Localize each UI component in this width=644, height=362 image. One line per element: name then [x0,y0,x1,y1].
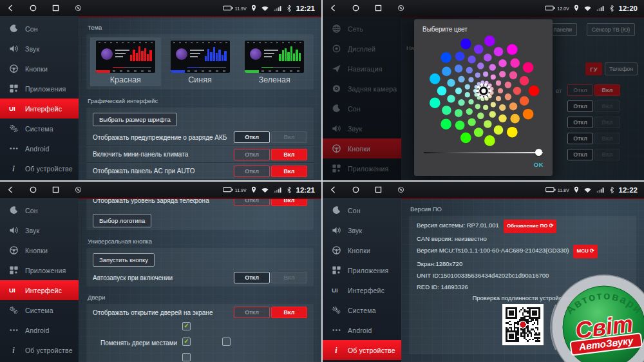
ui-icon: UI [8,104,19,114]
toggle-on-segment[interactable]: Вкл [271,166,307,177]
panel-color-picker: 12.0V12:20 СетьДисплейНавигацияЗадняя ка… [323,0,644,180]
recents-icon[interactable] [374,4,383,12]
back-icon[interactable] [6,186,15,194]
sidebar-item-label: Система [25,125,53,133]
ok-button[interactable]: OK [525,157,553,173]
sidebar: СонЗвукКнопкиПриложенияUIИнтерфейсСистем… [323,198,401,362]
back-icon[interactable] [6,4,15,12]
section-header-gui: Графический интерфейс [88,97,312,104]
update-badge[interactable]: Обновление ПО ⟳ [504,220,556,233]
sidebar-item-wheel[interactable]: Кнопки [0,240,79,260]
recents-icon[interactable] [374,186,383,194]
home-icon[interactable] [352,4,360,12]
section-header-version: Версия ПО [410,205,635,213]
sidebar-item-info[interactable]: iОб устройстве [323,340,401,360]
home-icon[interactable] [29,4,37,12]
moon-icon [331,205,341,216]
toggle-on-segment[interactable]: Вкл [271,307,307,318]
sidebar-item-speaker[interactable]: Звук [0,39,79,59]
sidebar-item-moon[interactable]: Сон [0,200,79,220]
bluetooth-icon [287,5,292,12]
toggle-off-segment[interactable]: Откл [234,272,270,283]
sidebar-item-apps[interactable]: Приложения [323,260,401,280]
sidebar-item-ui[interactable]: UIИнтерфейс [0,280,79,300]
content: Отображать уровень заряда телефонаОтклВк… [79,198,321,362]
sidebar-item-info[interactable]: iОб устройстве [0,158,79,178]
sidebar-item-apps[interactable]: Приложения [0,260,79,280]
swap-doors-label: Поменять двери местами [100,339,177,347]
toggle-on-segment[interactable]: Вкл [271,272,307,283]
sidebar-item-ui[interactable]: UIИнтерфейс [323,280,401,300]
sidebar-item-speaker[interactable]: Звук [323,220,401,240]
status-bar: 11.9V12:21 [0,0,321,16]
update-badge[interactable]: MCU ⟳ [573,245,597,258]
door-checkbox-left[interactable] [182,338,191,346]
battery-voltage: 11.9V [235,188,247,193]
toggle-on-segment[interactable]: Вкл [271,149,307,160]
launch-button[interactable]: Запустить кнопку [93,253,155,267]
battery-icon [545,187,556,193]
panel-ui-theme-settings: 11.9V12:21 СонЗвукКнопкиПриложенияUIИнте… [0,0,321,180]
sidebar-item-dots[interactable]: Android [0,138,79,158]
logo-select-button[interactable]: Выбор логотипа [93,214,151,227]
on-off-toggle[interactable]: ОтклВкл [234,307,307,318]
toggle-off-segment[interactable]: Откл [234,131,270,143]
toggle-off-segment[interactable]: Откл [234,166,270,177]
toggle-on-segment[interactable]: Вкл [271,198,307,206]
sidebar-item-gears[interactable]: Система [0,119,79,138]
row-label: Отображать панель AC при AUTO [93,167,194,175]
theme-label: Красная [110,75,141,84]
version-line: Версия системы: RP7.01.001Обновление ПО … [417,220,629,233]
row-label: Автозапуск при включении [93,274,173,281]
sidebar-item-gears[interactable]: Система [0,300,79,320]
theme-card-1[interactable]: Красная [90,37,161,86]
wheel-icon [8,64,19,74]
slider-thumb[interactable] [535,149,542,156]
door-checkbox-right[interactable] [222,338,231,346]
brightness-slider[interactable] [424,149,543,157]
on-off-toggle[interactable]: ОтклВкл [234,166,307,177]
door-checkbox-top[interactable] [182,322,191,330]
svg-text:i: i [12,346,15,355]
color-wheel[interactable] [426,33,542,149]
sidebar-item-ui[interactable]: UIИнтерфейс [0,99,79,119]
recents-icon[interactable] [52,186,60,194]
toggle-off-segment[interactable]: Откл [234,198,270,206]
on-off-toggle[interactable]: ОтклВкл [234,198,307,206]
svg-text:i: i [335,346,337,355]
on-off-toggle[interactable]: ОтклВкл [234,149,307,160]
on-off-toggle[interactable]: ОтклВкл [234,131,307,143]
sidebar-item-info[interactable]: iОб устройстве [0,340,79,360]
dialog-title: Выберите цвет [414,19,553,33]
back-icon[interactable] [329,186,337,194]
toggle-on-segment[interactable]: Вкл [271,131,307,143]
sidebar-item-dots[interactable]: Android [0,320,79,340]
sidebar-item-apps[interactable]: Приложения [0,79,79,99]
back-icon[interactable] [329,4,337,12]
theme-card-3[interactable]: Зеленая [239,37,310,86]
sidebar-item-wheel[interactable]: Кнопки [323,240,401,260]
home-icon[interactable] [29,186,37,194]
sidebar-item-label: Система [348,307,376,314]
sidebar-item-moon[interactable]: Сон [323,200,401,220]
slider-track[interactable] [424,152,543,153]
sidebar-item-dots[interactable]: Android [323,320,401,340]
sidebar-item-moon[interactable]: Сон [0,19,79,39]
data-saver-icon [397,186,405,194]
toggle-off-segment[interactable]: Откл [234,149,270,160]
home-icon[interactable] [352,186,360,194]
on-off-toggle[interactable]: ОтклВкл [234,272,307,283]
color-picker-dialog: Выберите цвет OK [414,19,553,176]
toggle-off-segment[interactable]: Откл [234,307,270,318]
sidebar-item-label: Звук [348,227,362,234]
font-size-button[interactable]: Выбрать размер шрифта [93,113,177,126]
speaker-icon [8,225,19,236]
recents-icon[interactable] [52,4,60,12]
sidebar-item-wheel[interactable]: Кнопки [0,59,79,79]
sidebar-item-label: Об устройстве [25,165,73,173]
sidebar-item-speaker[interactable]: Звук [0,220,79,240]
theme-card-2[interactable]: Синяя [165,37,236,86]
door-checkbox-bottom[interactable] [182,353,191,361]
sidebar-item-gears[interactable]: Система [323,300,401,320]
data-saver-icon [397,4,405,12]
